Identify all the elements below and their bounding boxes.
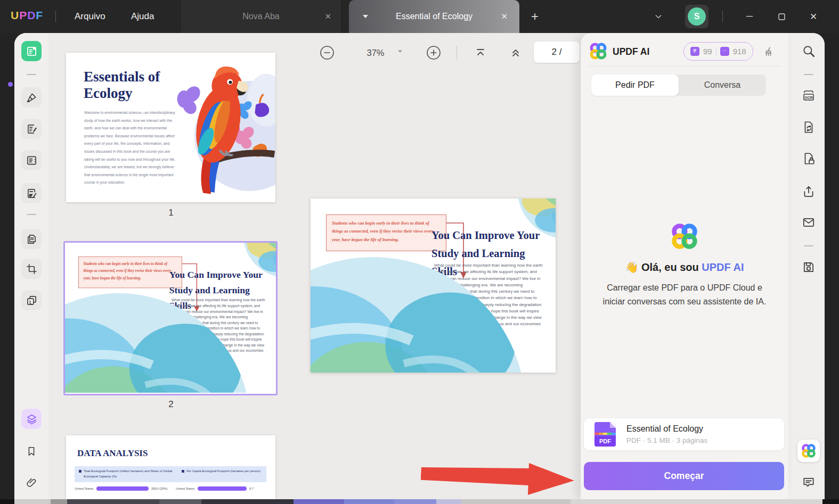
updf-logo: UPDF xyxy=(11,9,43,22)
chat-credits-count: 918 xyxy=(733,47,746,56)
zoom-in-button[interactable] xyxy=(426,45,442,61)
document-credits-count: 99 xyxy=(703,47,712,56)
page-number-1: 1 xyxy=(160,208,182,218)
comments-button[interactable] xyxy=(800,474,817,491)
convert-file-icon xyxy=(802,120,816,134)
document-credits-icon xyxy=(690,47,699,56)
watermark-button[interactable] xyxy=(21,290,42,310)
fill-sign-button[interactable] xyxy=(21,183,42,203)
page1-body: Welcome to environmental science—an inte… xyxy=(84,109,180,187)
account-button[interactable]: S xyxy=(685,5,708,28)
comment-tool-button[interactable] xyxy=(21,87,42,108)
toolbar-divider xyxy=(457,46,457,60)
logo-letter: D xyxy=(27,9,36,22)
maximize-button[interactable] xyxy=(766,0,797,33)
start-button[interactable]: Começar xyxy=(584,462,784,490)
thumbnail-page-3[interactable]: DATA ANALYSIS Total Ecological Footprint… xyxy=(66,435,275,499)
tab-nova-aba[interactable]: Nova Aba ✕ xyxy=(181,0,341,33)
tab-pedir-pdf[interactable]: Pedir PDF xyxy=(591,75,679,96)
bar-value: 9.7 xyxy=(249,487,254,490)
protect-button[interactable] xyxy=(800,150,817,167)
menu-arquivo[interactable]: Arquivo xyxy=(67,0,113,33)
red-pointer-arrow xyxy=(420,458,578,498)
clear-conversation-button[interactable] xyxy=(761,44,777,60)
convert-button[interactable] xyxy=(800,119,817,136)
legend-bullet xyxy=(79,470,82,473)
ocr-label: OCR xyxy=(804,96,813,100)
form-icon xyxy=(26,154,38,167)
document-page-2: Students who can begin early in their li… xyxy=(311,199,556,373)
new-tab-button[interactable]: + xyxy=(524,0,545,33)
thumbnail-page-2[interactable]: Students who can begin early in their li… xyxy=(63,241,278,395)
bookmarks-panel-button[interactable] xyxy=(21,441,42,461)
previous-page-button[interactable] xyxy=(508,45,524,61)
notification-dot xyxy=(8,82,13,87)
menu-ajuda[interactable]: Ajuda xyxy=(124,0,161,33)
ai-description-line2: iniciar conversas com seu assistente de … xyxy=(581,295,788,309)
organize-pages-button[interactable] xyxy=(21,229,42,249)
legend-bullet xyxy=(182,470,184,473)
tab-close-icon[interactable]: ✕ xyxy=(501,12,508,21)
thumbnails-panel-button[interactable] xyxy=(21,409,42,429)
bar-label: United States xyxy=(176,487,195,490)
bar xyxy=(96,486,149,491)
minimize-button[interactable]: ─ xyxy=(734,0,765,33)
pdf-label: PDF xyxy=(594,436,616,447)
ai-assistant-button[interactable] xyxy=(797,440,820,462)
book-reader-icon xyxy=(26,45,38,57)
share-button[interactable] xyxy=(800,183,817,200)
file-meta: PDF · 5.1 MB · 3 páginas xyxy=(626,436,707,444)
scroll-to-top-button[interactable] xyxy=(473,45,488,61)
file-name: Essential of Ecology xyxy=(626,424,707,434)
legend1-text: Total Ecological Footprint (million hect… xyxy=(84,469,174,480)
zoom-level[interactable]: 37% xyxy=(360,45,392,61)
thumbnail-page-1[interactable]: Essentials of Ecology Welcome to environ… xyxy=(66,53,275,202)
crop-button[interactable] xyxy=(21,259,42,279)
logo-letter: F xyxy=(36,9,43,22)
reader-mode-button[interactable] xyxy=(21,41,42,61)
copy-pages-icon xyxy=(26,233,38,245)
search-button[interactable] xyxy=(800,43,817,60)
app-window: UPDF Arquivo Ajuda Nova Aba ✕ Essential … xyxy=(0,0,839,504)
save-button[interactable] xyxy=(800,259,817,276)
page2-note: Students who can begin early in their li… xyxy=(78,257,182,288)
greeting-text: Olá, eu sou xyxy=(641,261,699,273)
tab-label: Nova Aba xyxy=(242,12,279,21)
close-button[interactable]: ✕ xyxy=(798,0,829,33)
zoom-out-button[interactable] xyxy=(319,45,335,61)
titlebar-divider xyxy=(55,11,56,22)
logo-letter: P xyxy=(19,9,27,22)
mail-icon xyxy=(802,216,816,229)
ocr-button[interactable]: OCR xyxy=(800,87,817,104)
broom-icon xyxy=(763,46,775,58)
earth-corner-illustration xyxy=(243,243,276,278)
workspace: Essentials of Ecology Welcome to environ… xyxy=(14,33,825,499)
tab-close-icon[interactable]: ✕ xyxy=(324,12,331,21)
page-tools-button[interactable] xyxy=(21,150,42,170)
email-button[interactable] xyxy=(800,214,817,231)
tab-options-caret-icon[interactable] xyxy=(363,15,368,18)
tab-essential-of-ecology[interactable]: Essential of Ecology ✕ xyxy=(349,0,519,33)
avatar: S xyxy=(688,7,706,26)
tabs-dropdown-icon[interactable] xyxy=(648,0,669,33)
bookmark-icon xyxy=(26,445,37,457)
bar-label: United States xyxy=(75,487,94,490)
attachments-panel-button[interactable] xyxy=(21,473,42,493)
ai-description: Carregar este PDF para o UPDF Cloud e in… xyxy=(581,281,788,309)
ai-credits-badge[interactable]: 99 918 xyxy=(683,42,753,61)
search-icon xyxy=(802,44,816,58)
ai-description-line1: Carregar este PDF para o UPDF Cloud e xyxy=(581,281,788,295)
ai-mode-tabs: Pedir PDF Conversa xyxy=(591,75,766,96)
page-number-input[interactable]: 2 / xyxy=(534,42,580,63)
updf-ai-logo-large-icon xyxy=(671,222,698,250)
file-card[interactable]: PDF Essential of Ecology PDF · 5.1 MB · … xyxy=(584,418,784,450)
protect-lock-icon xyxy=(802,152,816,166)
paperclip-icon xyxy=(26,477,37,489)
chat-credits-icon xyxy=(720,47,729,56)
edit-pdf-button[interactable] xyxy=(21,119,42,139)
zoom-dropdown-caret-icon[interactable] xyxy=(397,48,403,54)
greeting-brand: UPDF AI xyxy=(702,261,744,273)
bar xyxy=(198,486,247,491)
crop-icon xyxy=(26,263,38,275)
tab-conversa[interactable]: Conversa xyxy=(679,75,766,96)
